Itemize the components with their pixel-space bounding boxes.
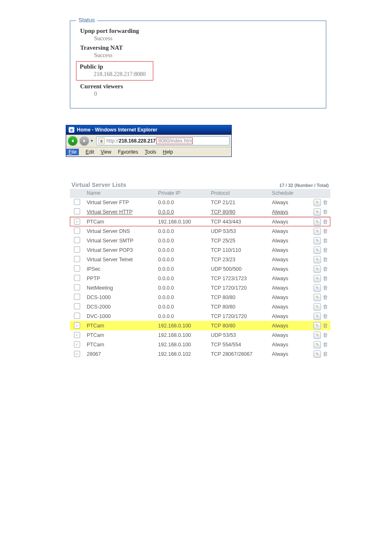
row-checkbox[interactable] xyxy=(74,332,80,338)
edit-icon[interactable]: ✎ xyxy=(314,275,321,282)
row-name: Virtual Server DNS xyxy=(87,228,130,234)
row-schedule: Always xyxy=(272,266,288,272)
trash-icon[interactable]: 🗑 xyxy=(322,285,328,291)
trash-icon[interactable]: 🗑 xyxy=(322,275,328,282)
trash-icon[interactable]: 🗑 xyxy=(322,313,328,320)
edit-icon[interactable]: ✎ xyxy=(314,332,321,339)
trash-icon[interactable]: 🗑 xyxy=(322,304,328,310)
row-protocol: TCP 80/80 xyxy=(211,209,235,215)
trash-icon[interactable]: 🗑 xyxy=(322,266,328,272)
ie-titlebar: e Home - Windows Internet Explorer xyxy=(66,125,231,135)
row-name: Virtual Server Telnet xyxy=(87,257,133,263)
table-row: PTCam192.168.0.100TCP 443/443Always✎🗑 xyxy=(70,217,330,227)
edit-icon[interactable]: ✎ xyxy=(314,228,321,235)
table-row: Virtual Server HTTP0.0.0.0TCP 80/80Alway… xyxy=(70,207,330,217)
row-protocol: TCP 1723/1723 xyxy=(211,276,247,281)
status-panel: Status Upnp port forwarding Success Trav… xyxy=(70,21,326,108)
row-name: Virtual Server HTTP xyxy=(87,209,133,215)
menu-edit[interactable]: Edit xyxy=(85,149,94,155)
row-checkbox[interactable] xyxy=(74,256,80,262)
edit-icon[interactable]: ✎ xyxy=(314,313,321,320)
table-row: Virtual Server POP30.0.0.0TCP 110/110Alw… xyxy=(70,245,330,255)
forward-button[interactable] xyxy=(79,136,89,146)
row-protocol: TCP 28067/28067 xyxy=(211,351,252,357)
vsl-count: 17 / 32 (Number / Total) xyxy=(279,183,329,188)
trash-icon[interactable]: 🗑 xyxy=(322,237,328,244)
trash-icon[interactable]: 🗑 xyxy=(322,199,328,206)
row-private-ip: 0.0.0.0 xyxy=(158,247,174,253)
edit-icon[interactable]: ✎ xyxy=(314,303,321,311)
back-button[interactable] xyxy=(68,136,78,146)
menu-file[interactable]: File xyxy=(66,149,79,155)
edit-icon[interactable]: ✎ xyxy=(314,218,321,226)
trash-icon[interactable]: 🗑 xyxy=(322,228,328,235)
trash-icon[interactable]: 🗑 xyxy=(322,332,328,339)
edit-icon[interactable]: ✎ xyxy=(314,265,321,273)
trash-icon[interactable]: 🗑 xyxy=(322,351,328,357)
table-row: IPSec0.0.0.0UDP 500/500Always✎🗑 xyxy=(70,264,330,274)
row-protocol: TCP 1720/1720 xyxy=(211,313,247,319)
row-checkbox[interactable] xyxy=(74,341,80,348)
menu-view[interactable]: View xyxy=(101,149,111,155)
ie-menubar: File Edit View Favorites Tools Help xyxy=(66,147,231,157)
current-viewers-label: Current viewers xyxy=(80,83,318,90)
row-protocol: UDP 53/53 xyxy=(211,332,236,338)
upnp-label: Upnp port forwarding xyxy=(80,28,318,35)
row-schedule: Always xyxy=(272,295,288,300)
row-name: PTCam xyxy=(87,219,104,225)
edit-icon[interactable]: ✎ xyxy=(314,199,321,206)
trash-icon[interactable]: 🗑 xyxy=(322,219,328,225)
row-schedule: Always xyxy=(272,285,288,291)
row-checkbox[interactable] xyxy=(74,294,80,300)
trash-icon[interactable]: 🗑 xyxy=(322,247,328,253)
edit-icon[interactable]: ✎ xyxy=(314,208,321,216)
current-viewers-value: 0 xyxy=(94,91,318,97)
row-checkbox[interactable] xyxy=(74,208,80,214)
row-schedule: Always xyxy=(272,247,288,253)
row-checkbox[interactable] xyxy=(74,246,80,253)
row-protocol: TCP 21/21 xyxy=(211,200,235,205)
edit-icon[interactable]: ✎ xyxy=(314,237,321,244)
table-row: 28067192.168.0.102TCP 28067/28067Always✎… xyxy=(70,349,330,359)
row-private-ip: 0.0.0.0 xyxy=(158,266,174,272)
row-checkbox[interactable] xyxy=(74,219,80,225)
edit-icon[interactable]: ✎ xyxy=(314,341,321,348)
traversing-nat-value: Success xyxy=(94,52,318,59)
row-protocol: TCP 554/554 xyxy=(211,342,241,348)
edit-icon[interactable]: ✎ xyxy=(314,284,321,292)
public-ip-label: Public ip xyxy=(80,63,151,70)
row-schedule: Always xyxy=(272,332,288,338)
trash-icon[interactable]: 🗑 xyxy=(322,209,328,215)
menu-tools[interactable]: Tools xyxy=(145,149,156,155)
menu-favorites[interactable]: Favorites xyxy=(118,149,138,155)
trash-icon[interactable]: 🗑 xyxy=(322,322,328,329)
edit-icon[interactable]: ✎ xyxy=(314,322,321,329)
trash-icon[interactable]: 🗑 xyxy=(322,256,328,263)
row-schedule: Always xyxy=(272,238,288,244)
row-checkbox[interactable] xyxy=(74,228,80,234)
edit-icon[interactable]: ✎ xyxy=(314,246,321,254)
trash-icon[interactable]: 🗑 xyxy=(322,341,328,348)
edit-icon[interactable]: ✎ xyxy=(314,294,321,301)
row-checkbox[interactable] xyxy=(74,237,80,243)
row-checkbox[interactable] xyxy=(74,275,80,281)
table-row: DCS-20000.0.0.0TCP 80/80Always✎🗑 xyxy=(70,302,330,311)
public-ip-value: 218.168.228.217:8080 xyxy=(94,71,151,78)
menu-help[interactable]: Help xyxy=(163,149,173,155)
row-checkbox[interactable] xyxy=(74,313,80,319)
row-checkbox[interactable] xyxy=(74,303,80,309)
table-row: Virtual Server FTP0.0.0.0TCP 21/21Always… xyxy=(70,198,330,207)
row-checkbox[interactable] xyxy=(74,284,80,290)
row-checkbox[interactable] xyxy=(74,265,80,272)
row-checkbox[interactable] xyxy=(74,322,80,329)
ie-logo-icon: e xyxy=(69,127,74,133)
edit-icon[interactable]: ✎ xyxy=(314,350,321,358)
trash-icon[interactable]: 🗑 xyxy=(322,294,328,301)
row-private-ip: 192.168.0.100 xyxy=(158,342,191,348)
table-row: PTCam192.168.0.100TCP 80/80Always✎🗑 xyxy=(70,321,330,330)
address-bar[interactable]: e http://218.168.228.217:8080/index.htm xyxy=(96,136,230,145)
nav-dropdown-icon[interactable]: ▼ xyxy=(90,139,94,143)
row-checkbox[interactable] xyxy=(74,199,80,205)
edit-icon[interactable]: ✎ xyxy=(314,256,321,263)
row-checkbox[interactable] xyxy=(74,351,80,357)
